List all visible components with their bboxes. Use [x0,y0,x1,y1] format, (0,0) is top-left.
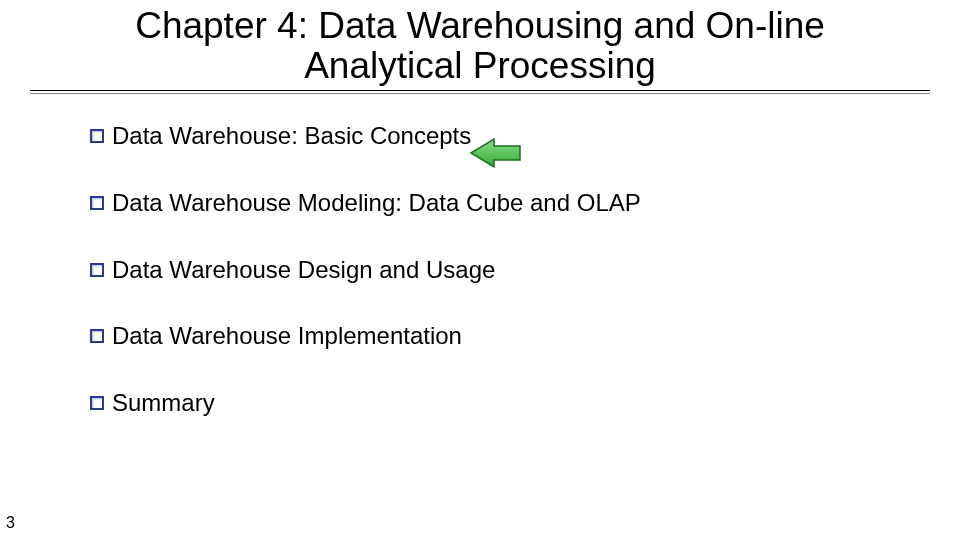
list-item-label: Summary [112,389,215,418]
square-bullet-icon [90,396,104,410]
square-bullet-icon [90,263,104,277]
square-bullet-icon [90,329,104,343]
square-bullet-icon [90,196,104,210]
svg-marker-0 [471,139,520,167]
list-item: Data Warehouse Design and Usage [90,256,960,285]
list-item-label: Data Warehouse: Basic Concepts [112,122,471,151]
list-item-label: Data Warehouse Design and Usage [112,256,495,285]
list-item: Summary [90,389,960,418]
list-item-label: Data Warehouse Modeling: Data Cube and O… [112,189,641,218]
list-item: Data Warehouse Modeling: Data Cube and O… [90,189,960,218]
square-bullet-icon [90,129,104,143]
left-arrow-icon [468,136,524,170]
list-item: Data Warehouse Implementation [90,322,960,351]
list-item: Data Warehouse: Basic Concepts [90,122,960,151]
slide-title: Chapter 4: Data Warehousing and On-line … [0,0,960,86]
slide: Chapter 4: Data Warehousing and On-line … [0,0,960,540]
list-item-label: Data Warehouse Implementation [112,322,462,351]
page-number: 3 [6,514,15,532]
